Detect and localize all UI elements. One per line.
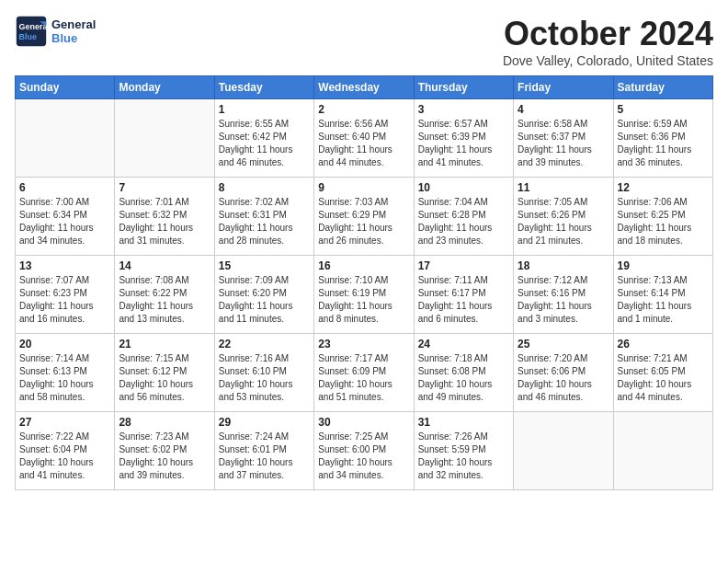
day-number: 14	[119, 259, 210, 272]
day-info: Sunrise: 7:24 AMSunset: 6:01 PMDaylight:…	[219, 431, 310, 482]
day-info: Sunrise: 7:09 AMSunset: 6:20 PMDaylight:…	[219, 274, 310, 326]
calendar-cell: 25Sunrise: 7:20 AMSunset: 6:06 PMDayligh…	[514, 334, 613, 412]
weekday-header-monday: Monday	[115, 76, 214, 99]
day-info: Sunrise: 6:57 AMSunset: 6:39 PMDaylight:…	[418, 118, 509, 169]
calendar-cell	[115, 99, 214, 178]
logo: General Blue General Blue	[15, 15, 96, 48]
day-info: Sunrise: 7:16 AMSunset: 6:10 PMDaylight:…	[219, 352, 310, 404]
day-number: 27	[19, 416, 110, 429]
calendar-cell: 12Sunrise: 7:06 AMSunset: 6:25 PMDayligh…	[613, 178, 712, 256]
calendar-cell: 22Sunrise: 7:16 AMSunset: 6:10 PMDayligh…	[214, 334, 313, 412]
page-header: General Blue General Blue October 2024 D…	[15, 15, 713, 68]
calendar-cell: 26Sunrise: 7:21 AMSunset: 6:05 PMDayligh…	[613, 334, 712, 412]
weekday-header-saturday: Saturday	[613, 76, 712, 99]
calendar-week-4: 20Sunrise: 7:14 AMSunset: 6:13 PMDayligh…	[16, 334, 713, 412]
weekday-header-thursday: Thursday	[414, 76, 513, 99]
month-title: October 2024	[503, 15, 713, 53]
day-number: 3	[418, 103, 509, 116]
calendar-cell: 19Sunrise: 7:13 AMSunset: 6:14 PMDayligh…	[613, 256, 712, 334]
day-info: Sunrise: 7:08 AMSunset: 6:22 PMDaylight:…	[119, 274, 210, 326]
day-number: 6	[19, 181, 110, 194]
weekday-header-sunday: Sunday	[16, 76, 115, 99]
calendar-cell: 17Sunrise: 7:11 AMSunset: 6:17 PMDayligh…	[414, 256, 513, 334]
day-info: Sunrise: 7:20 AMSunset: 6:06 PMDaylight:…	[518, 352, 609, 404]
calendar-cell: 24Sunrise: 7:18 AMSunset: 6:08 PMDayligh…	[414, 334, 513, 412]
day-number: 31	[418, 416, 509, 429]
day-number: 15	[219, 259, 310, 272]
calendar-cell: 30Sunrise: 7:25 AMSunset: 6:00 PMDayligh…	[314, 412, 414, 490]
day-number: 24	[418, 338, 509, 350]
calendar-cell: 28Sunrise: 7:23 AMSunset: 6:02 PMDayligh…	[115, 412, 214, 490]
calendar-table: SundayMondayTuesdayWednesdayThursdayFrid…	[15, 75, 713, 490]
day-info: Sunrise: 7:02 AMSunset: 6:31 PMDaylight:…	[219, 196, 310, 247]
day-number: 20	[19, 338, 110, 350]
calendar-week-5: 27Sunrise: 7:22 AMSunset: 6:04 PMDayligh…	[16, 412, 713, 490]
logo-text-blue: Blue	[51, 31, 96, 45]
day-number: 2	[318, 103, 409, 116]
day-number: 19	[618, 259, 709, 272]
day-number: 13	[19, 259, 110, 272]
calendar-cell: 13Sunrise: 7:07 AMSunset: 6:23 PMDayligh…	[16, 256, 115, 334]
calendar-cell: 10Sunrise: 7:04 AMSunset: 6:28 PMDayligh…	[414, 178, 513, 256]
calendar-cell: 11Sunrise: 7:05 AMSunset: 6:26 PMDayligh…	[514, 178, 613, 256]
calendar-cell: 15Sunrise: 7:09 AMSunset: 6:20 PMDayligh…	[214, 256, 313, 334]
calendar-cell: 2Sunrise: 6:56 AMSunset: 6:40 PMDaylight…	[314, 99, 414, 178]
day-info: Sunrise: 7:01 AMSunset: 6:32 PMDaylight:…	[119, 196, 210, 247]
day-number: 17	[418, 259, 509, 272]
day-number: 25	[518, 338, 609, 350]
day-info: Sunrise: 7:05 AMSunset: 6:26 PMDaylight:…	[518, 196, 609, 247]
weekday-header-wednesday: Wednesday	[314, 76, 414, 99]
day-info: Sunrise: 7:07 AMSunset: 6:23 PMDaylight:…	[19, 274, 110, 326]
day-info: Sunrise: 7:00 AMSunset: 6:34 PMDaylight:…	[19, 196, 110, 247]
day-number: 11	[518, 181, 609, 194]
calendar-cell	[514, 412, 613, 490]
calendar-week-1: 1Sunrise: 6:55 AMSunset: 6:42 PMDaylight…	[16, 99, 713, 178]
day-number: 18	[518, 259, 609, 272]
calendar-cell: 27Sunrise: 7:22 AMSunset: 6:04 PMDayligh…	[16, 412, 115, 490]
day-number: 7	[119, 181, 210, 194]
location: Dove Valley, Colorado, United States	[503, 53, 713, 68]
day-number: 30	[318, 416, 409, 429]
day-number: 23	[318, 338, 409, 350]
calendar-cell: 4Sunrise: 6:58 AMSunset: 6:37 PMDaylight…	[514, 99, 613, 178]
calendar-cell: 23Sunrise: 7:17 AMSunset: 6:09 PMDayligh…	[314, 334, 414, 412]
calendar-cell	[16, 99, 115, 178]
day-info: Sunrise: 7:13 AMSunset: 6:14 PMDaylight:…	[618, 274, 709, 326]
day-number: 8	[219, 181, 310, 194]
day-number: 5	[618, 103, 709, 116]
day-info: Sunrise: 7:04 AMSunset: 6:28 PMDaylight:…	[418, 196, 509, 247]
day-info: Sunrise: 7:03 AMSunset: 6:29 PMDaylight:…	[318, 196, 409, 247]
day-number: 29	[219, 416, 310, 429]
calendar-cell: 1Sunrise: 6:55 AMSunset: 6:42 PMDaylight…	[214, 99, 313, 178]
day-number: 1	[219, 103, 310, 116]
calendar-cell: 16Sunrise: 7:10 AMSunset: 6:19 PMDayligh…	[314, 256, 414, 334]
calendar-cell: 18Sunrise: 7:12 AMSunset: 6:16 PMDayligh…	[514, 256, 613, 334]
calendar-cell: 9Sunrise: 7:03 AMSunset: 6:29 PMDaylight…	[314, 178, 414, 256]
day-number: 4	[518, 103, 609, 116]
calendar-cell	[613, 412, 712, 490]
day-number: 21	[119, 338, 210, 350]
logo-text-general: General	[51, 17, 96, 31]
day-number: 12	[618, 181, 709, 194]
day-number: 28	[119, 416, 210, 429]
day-info: Sunrise: 6:55 AMSunset: 6:42 PMDaylight:…	[219, 118, 310, 169]
day-info: Sunrise: 7:15 AMSunset: 6:12 PMDaylight:…	[119, 352, 210, 404]
calendar-cell: 21Sunrise: 7:15 AMSunset: 6:12 PMDayligh…	[115, 334, 214, 412]
day-info: Sunrise: 7:10 AMSunset: 6:19 PMDaylight:…	[318, 274, 409, 326]
calendar-week-3: 13Sunrise: 7:07 AMSunset: 6:23 PMDayligh…	[16, 256, 713, 334]
day-number: 26	[618, 338, 709, 350]
calendar-week-2: 6Sunrise: 7:00 AMSunset: 6:34 PMDaylight…	[16, 178, 713, 256]
calendar-cell: 8Sunrise: 7:02 AMSunset: 6:31 PMDaylight…	[214, 178, 313, 256]
title-block: October 2024 Dove Valley, Colorado, Unit…	[503, 15, 713, 68]
calendar-cell: 5Sunrise: 6:59 AMSunset: 6:36 PMDaylight…	[613, 99, 712, 178]
day-info: Sunrise: 7:25 AMSunset: 6:00 PMDaylight:…	[318, 431, 409, 482]
weekday-header-row: SundayMondayTuesdayWednesdayThursdayFrid…	[16, 76, 713, 99]
day-number: 16	[318, 259, 409, 272]
calendar-cell: 14Sunrise: 7:08 AMSunset: 6:22 PMDayligh…	[115, 256, 214, 334]
logo-icon: General Blue	[15, 15, 48, 48]
day-info: Sunrise: 6:56 AMSunset: 6:40 PMDaylight:…	[318, 118, 409, 169]
day-info: Sunrise: 7:17 AMSunset: 6:09 PMDaylight:…	[318, 352, 409, 404]
day-info: Sunrise: 7:21 AMSunset: 6:05 PMDaylight:…	[618, 352, 709, 404]
day-number: 9	[318, 181, 409, 194]
day-info: Sunrise: 7:11 AMSunset: 6:17 PMDaylight:…	[418, 274, 509, 326]
